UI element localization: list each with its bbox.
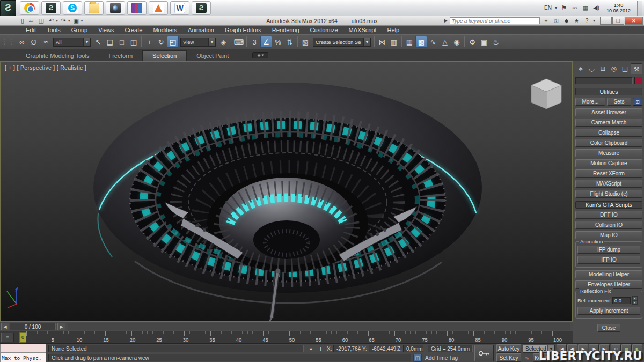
menu-tools[interactable]: Tools [41, 26, 66, 34]
menu-rendering[interactable]: Rendering [267, 26, 305, 34]
utility-button[interactable]: Measure [575, 149, 642, 157]
select-and-rotate-icon[interactable]: ↻ [155, 36, 167, 48]
skype-taskbar-button[interactable] [63, 1, 82, 15]
clock[interactable]: 1:4010.06.2012 [603, 3, 634, 13]
apply-increment-button[interactable]: Apply increment [577, 307, 640, 315]
render-setup-icon[interactable]: ⚙ [466, 36, 478, 48]
selection-set-dropdown[interactable]: Create Selection Se▼ [313, 38, 371, 47]
spinner-snap-icon[interactable]: ⇅ [284, 36, 296, 48]
select-and-manipulate-icon[interactable]: ◈ [217, 36, 229, 48]
schematic-view-icon[interactable]: △ [439, 36, 451, 48]
volume-icon[interactable]: ◀) [592, 4, 600, 11]
menu-group[interactable]: Group [66, 26, 93, 34]
minimize-button[interactable]: — [600, 17, 612, 25]
menu-animation[interactable]: Animation [182, 26, 219, 34]
add-time-tag-label[interactable]: Add Time Tag [425, 354, 458, 361]
snaps-toggle-icon[interactable]: 3 [248, 36, 260, 48]
rendered-frame-icon[interactable]: ▣ [478, 36, 490, 48]
action-center-flag-icon[interactable]: ⚑ [560, 4, 568, 11]
word-taskbar-button[interactable]: W [170, 1, 189, 15]
utility-button[interactable]: Motion Capture [575, 159, 642, 167]
application-menu-button[interactable]: Ƨ [0, 0, 16, 16]
search-icon[interactable]: ⌖ [542, 18, 550, 24]
menu-maxscript[interactable]: MAXScript [343, 26, 382, 34]
winrar-taskbar-button[interactable] [127, 1, 147, 15]
ref-increment-field[interactable]: 0,0 [612, 297, 631, 304]
open-file-icon[interactable]: ▱ [27, 17, 35, 24]
render-production-icon[interactable]: ♨ [490, 36, 502, 48]
helper-button[interactable]: Envelopes Helper [575, 280, 642, 289]
ref-increment-spinner[interactable]: ▲▼ [632, 296, 638, 305]
utilities-tab-icon[interactable]: ⚒ [631, 63, 642, 74]
ribbon-tab-object-paint[interactable]: Object Paint [187, 51, 238, 61]
z-coordinate-field[interactable]: 0,0mm [403, 345, 423, 352]
maxscript-listener-input[interactable] [0, 344, 46, 353]
photo-viewer-taskbar-button[interactable] [106, 1, 125, 15]
unlink-selection-icon[interactable]: ∅ [28, 36, 40, 48]
ribbon-tab-freeform[interactable]: Freeform [99, 51, 142, 61]
helper-button[interactable]: Modelling Helper [575, 270, 642, 278]
curve-editor-icon[interactable]: ∿ [427, 36, 439, 48]
frame-ruler[interactable]: 5101520253035404550556065707580859095100 [26, 331, 558, 343]
close-utility-button[interactable]: Close [597, 324, 621, 332]
y-coordinate-field[interactable]: -6042,449 [369, 345, 394, 352]
create-tab-icon[interactable]: ∗ [575, 63, 586, 74]
toolbar-handle[interactable]: ⋮⋮ [2, 38, 14, 46]
kams-rollout-header[interactable]: − Kam's GTA Scripts [575, 201, 642, 209]
display-tab-icon[interactable]: ◱ [620, 63, 631, 74]
utility-button[interactable]: Asset Browser [575, 108, 642, 116]
ribbon-tab-selection[interactable]: Selection [142, 50, 187, 61]
more-button[interactable]: More... [575, 98, 605, 106]
current-frame-marker[interactable]: 0 [19, 332, 26, 343]
mirror-icon[interactable]: ⋈ [376, 36, 388, 48]
maximize-button[interactable]: ❐ [612, 17, 624, 25]
help-dropdown-icon[interactable]: ▾ [593, 18, 595, 23]
select-object-icon[interactable]: ↖ [92, 36, 104, 48]
close-button[interactable]: ✕ [625, 17, 643, 25]
material-editor-icon[interactable]: ◉ [451, 36, 463, 48]
hierarchy-tab-icon[interactable]: ⊞ [597, 63, 608, 74]
maxscript-listener-output[interactable]: Max to Physc. [0, 353, 46, 362]
menu-customize[interactable]: Customize [305, 26, 343, 34]
language-indicator[interactable]: EN [544, 5, 552, 11]
default-in-out-tangent-icon[interactable]: ∿ [523, 354, 531, 361]
ribbon-tab-graphite-modeling-tools[interactable]: Graphite Modeling Tools [16, 51, 99, 61]
configure-button-sets-icon[interactable]: ⊞ [633, 98, 642, 106]
search-expander-icon[interactable]: ▶ [444, 18, 448, 23]
selection-filter-dropdown[interactable]: All▼ [53, 38, 91, 47]
vlc-taskbar-button[interactable] [149, 1, 168, 15]
network-icon[interactable]: ▦ [582, 4, 589, 11]
project-dropdown-icon[interactable]: ▾ [81, 19, 83, 23]
utility-button[interactable]: Flight Studio (c) [575, 190, 642, 198]
utility-name-field[interactable] [575, 77, 633, 84]
undo-icon[interactable]: ↶ [47, 17, 55, 24]
redo-icon[interactable]: ↷ [60, 17, 68, 24]
select-and-move-icon[interactable]: + [143, 36, 155, 48]
project-folder-icon[interactable]: ▣ [71, 17, 80, 24]
time-slider-prev-button[interactable]: ◀ [1, 323, 9, 330]
save-file-icon[interactable]: ◫ [37, 17, 46, 24]
time-slider-next-button[interactable]: ▶ [57, 323, 65, 330]
perspective-viewport[interactable]: [ + ] [ Perspective ] [ Realistic ] [0, 61, 573, 322]
power-plug-icon[interactable]: ⎓ [571, 4, 579, 11]
search-input[interactable] [450, 17, 540, 24]
align-icon[interactable]: ▥ [388, 36, 400, 48]
3dsmax-taskbar-button[interactable]: Ƨ [41, 1, 61, 15]
menu-views[interactable]: Views [93, 26, 119, 34]
utility-button[interactable]: Color Clipboard [575, 139, 642, 147]
keyboard-override-icon[interactable]: ⌨ [233, 36, 245, 48]
mini-curve-editor-icon[interactable]: ≡ [1, 333, 14, 342]
redo-dropdown-icon[interactable]: ▾ [68, 19, 70, 23]
bind-to-space-warp-icon[interactable]: ≈ [40, 36, 52, 48]
menu-edit[interactable]: Edit [20, 26, 41, 34]
ribbon-toggle-icon[interactable]: ▩ [415, 36, 427, 48]
time-slider-handle[interactable]: 0 / 100 [10, 323, 56, 330]
utility-button[interactable]: Reset XForm [575, 169, 642, 178]
undo-dropdown-icon[interactable]: ▾ [56, 19, 58, 23]
folder-taskbar-button[interactable] [84, 1, 104, 15]
menu-modifiers[interactable]: Modifiers [148, 26, 182, 34]
menu-graph-editors[interactable]: Graph Editors [219, 26, 267, 34]
select-and-scale-icon[interactable]: ◰ [167, 36, 179, 48]
3dsmax-dark-taskbar-button[interactable]: Ƨ [192, 1, 211, 15]
favorites-star-icon[interactable]: ★ [573, 18, 581, 24]
